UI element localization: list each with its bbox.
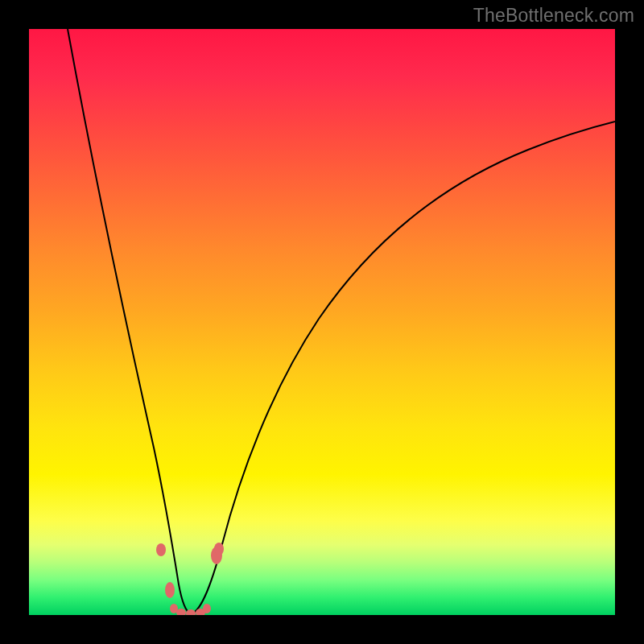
data-marker [156, 543, 166, 556]
marker-group [156, 543, 224, 615]
data-marker [214, 543, 224, 555]
curve-left-branch [68, 29, 191, 614]
bottleneck-curve [29, 29, 615, 615]
data-marker [165, 582, 175, 598]
curve-right-branch [191, 122, 615, 614]
watermark-text: TheBottleneck.com [473, 5, 634, 27]
data-marker [203, 604, 211, 613]
chart-plot-area [29, 29, 615, 615]
